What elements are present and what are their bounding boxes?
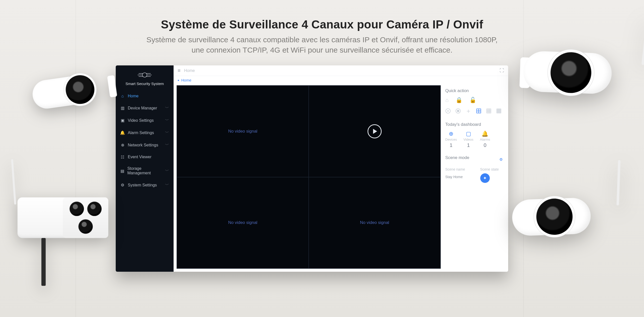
brand-name: Smart Security System [116,82,174,86]
lock-icon[interactable]: 🔒 [456,97,462,103]
brand-logo-icon [137,70,152,80]
sidebar-item-alarm-settings[interactable]: 🔔 Alarm Settings ﹀ [116,127,174,139]
video-cell-2[interactable] [309,86,440,177]
dash-label: Videos [463,138,473,141]
chevron-down-icon: ﹀ [165,168,169,174]
dash-value: 0 [480,142,490,148]
sidebar-item-device-manager[interactable]: ▥ Device Manager ﹀ [116,102,174,114]
sidebar-item-label: Event Viewer [128,155,151,159]
chevron-down-icon: ﹀ [165,142,169,148]
sidebar-item-label: System Settings [128,183,157,187]
sidebar-nav: ⌂ Home ▥ Device Manager ﹀ ▣ Video Settin… [116,90,174,191]
dash-label: Devices [445,138,457,141]
record-icon[interactable] [455,108,461,114]
sidebar-item-label: Device Manager [128,106,157,110]
add-icon[interactable]: ＋ [465,107,471,115]
layout-3x3-icon[interactable] [486,108,492,114]
sidebar-item-label: Storage Management [127,166,162,175]
dash-devices: ⊕ Devices 1 [445,131,457,148]
gear-icon: ⚙ [120,183,125,187]
layout-4x4-icon[interactable] [496,108,502,114]
chevron-down-icon: ﹀ [165,118,169,123]
breadcrumb-home-link[interactable]: Home [181,78,191,82]
svg-point-3 [457,110,459,112]
video-grid: No video signal No video signal No video… [177,85,441,269]
home-outline-icon[interactable]: ⌂ [445,97,449,103]
bell-icon: 🔔 [120,131,125,135]
video-cell-3[interactable]: No video signal [177,177,309,269]
sidebar-item-network-settings[interactable]: ⊕ Network Settings ﹀ [116,139,174,151]
gear-icon[interactable]: ⚙ [499,157,503,162]
breadcrumb: • Home [174,76,508,84]
globe-icon: ⊕ [120,143,125,147]
sidebar-item-home[interactable]: ⌂ Home [116,90,174,102]
storage-icon: ▤ [120,169,124,173]
scene-name-header: Scene name [445,167,465,171]
no-signal-text: No video signal [228,220,257,225]
camera-image-top-right [522,44,640,102]
scene-row-name: Stay Home [445,175,465,179]
sidebar-item-label: Alarm Settings [128,131,154,135]
dashboard-panel: Today's dashboard ⊕ Devices 1 ▢ Videos 1 [445,122,503,148]
video-cell-1[interactable]: No video signal [177,86,309,177]
play-icon[interactable] [368,124,382,138]
quick-action-title: Quick action [445,88,503,93]
camera-icon: ▢ [463,131,473,137]
quick-action-panel: Quick action ⌂ 🔒 🔓 ＋ [445,88,503,115]
menu-icon[interactable]: ≡ [178,68,181,73]
sidebar-item-label: Home [128,94,139,98]
sidebar-item-storage-management[interactable]: ▤ Storage Management ﹀ [116,163,174,179]
chevron-down-icon: ﹀ [165,105,169,111]
unlock-icon[interactable]: 🔓 [469,97,476,103]
sidebar-item-event-viewer[interactable]: ☷ Event Viewer [116,151,174,163]
no-signal-text: No video signal [360,220,389,225]
layout-2x2-icon[interactable] [476,108,481,114]
camera-image-bottom-right [511,190,616,242]
scene-toggle-button[interactable]: ✦ [480,173,490,183]
home-icon: ⌂ [120,94,125,98]
camera-image-bottom-left [18,193,108,245]
chevron-down-icon: ﹀ [165,130,169,135]
scene-state-header: Scene state [480,167,499,171]
page-title: Système de Surveillance 4 Canaux pour Ca… [0,18,644,31]
workspace: No video signal No video signal No video… [174,84,508,272]
video-cell-4[interactable]: No video signal [309,177,440,269]
sidebar-item-label: Network Settings [128,143,158,147]
dash-value: 1 [463,142,473,148]
dash-alarms: 🔔 Alarms 0 [480,131,490,148]
devices-icon: ▥ [120,106,125,110]
chevron-down-icon: ﹀ [165,182,169,188]
list-icon: ☷ [120,155,125,159]
nvr-app-window: Smart Security System ⌂ Home ▥ Device Ma… [116,65,508,272]
no-signal-text: No video signal [228,129,257,134]
dash-value: 1 [445,142,457,148]
fullscreen-icon[interactable]: ⛶ [500,68,504,73]
sidebar-item-system-settings[interactable]: ⚙ System Settings ﹀ [116,179,174,191]
sidebar-item-label: Video Settings [128,118,154,123]
dot-icon: • [178,78,179,83]
dashboard-title: Today's dashboard [445,122,503,127]
svg-rect-5 [487,109,491,113]
play-circle-icon[interactable] [445,108,451,114]
bell-icon: 🔔 [480,131,490,137]
brand: Smart Security System [116,65,174,88]
main-area: ≡ Home ⛶ • Home No video signal No video… [174,65,508,272]
dash-videos: ▢ Videos 1 [463,131,473,148]
sidebar: Smart Security System ⌂ Home ▥ Device Ma… [116,65,174,272]
dash-label: Alarms [480,138,490,141]
right-panel: Quick action ⌂ 🔒 🔓 ＋ [441,85,506,269]
sidebar-item-video-settings[interactable]: ▣ Video Settings ﹀ [116,114,174,127]
scene-panel: Scene mode ⚙ Scene name Stay Home Scene … [445,155,503,183]
topbar: ≡ Home ⛶ [174,65,508,76]
scene-title: Scene mode [445,155,469,160]
globe-icon: ⊕ [445,131,457,137]
video-icon: ▣ [120,118,125,123]
topbar-title: Home [184,68,195,73]
